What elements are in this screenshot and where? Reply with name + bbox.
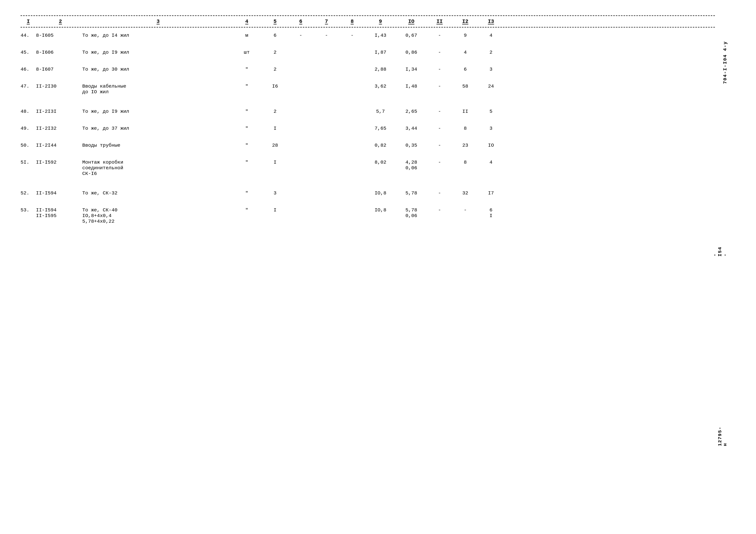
- row51-col11: -: [427, 160, 452, 165]
- row45-col11: -: [427, 50, 452, 55]
- row44-col6: -: [288, 33, 313, 38]
- row51-num: 5I.: [20, 160, 36, 165]
- row49-col5: I: [262, 126, 288, 131]
- side-label-3: 12795-н: [717, 426, 728, 446]
- row49-desc: То же, до 37 жил: [82, 126, 231, 131]
- row52-col9: IO,8: [365, 190, 396, 196]
- header-col3: 3: [82, 18, 231, 24]
- header-col2: 2: [36, 18, 82, 24]
- row50-col10: 0,35: [396, 142, 427, 148]
- row53-desc: То же, СК-40 IO,8+4х0,4 5,78+4х0,22: [82, 207, 231, 224]
- row51-desc: Монтаж коробки соединительной СК-I6: [82, 160, 231, 176]
- header-col11: II: [427, 18, 452, 24]
- row52-col12: 32: [452, 190, 478, 196]
- row52-col13: I7: [478, 190, 504, 196]
- row52-num: 52.: [20, 190, 36, 196]
- table-row: 5I. II-I592 Монтаж коробки соединительно…: [20, 154, 715, 184]
- row47-unit: ": [231, 84, 262, 89]
- row45-desc: То же, до I9 жил: [82, 50, 231, 55]
- row53-num: 53.: [20, 207, 36, 213]
- row44-col8: -: [339, 33, 365, 38]
- row50-col12: 23: [452, 142, 478, 148]
- row52-col10: 5,78: [396, 190, 427, 196]
- row48-desc: То же, до I9 жил: [82, 109, 231, 114]
- row47-col10: I,48: [396, 84, 427, 89]
- table-row: 45. 8-I606 То же, до I9 жил шт 2 I,87 0,…: [20, 44, 715, 60]
- row46-col5: 2: [262, 66, 288, 72]
- row51-col13: 4: [478, 160, 504, 165]
- header-col8: 8: [339, 18, 365, 24]
- row48-col12: II: [452, 109, 478, 114]
- header-col1: I: [20, 18, 36, 24]
- row50-col9: 0,82: [365, 142, 396, 148]
- row45-col9: I,87: [365, 50, 396, 55]
- row48-col13: 5: [478, 109, 504, 114]
- side-label-2: - I54 -: [712, 246, 728, 256]
- row51-col10: 4,28 0,06: [396, 160, 427, 171]
- header-col6: 6: [288, 18, 313, 24]
- row48-col9: 5,7: [365, 109, 396, 114]
- table-row: 47. II-2I30 Вводы кабельные до IO жил " …: [20, 78, 715, 102]
- row51-unit: ": [231, 160, 262, 165]
- row45-col5: 2: [262, 50, 288, 55]
- row46-col11: -: [427, 66, 452, 72]
- row53-col13: 6 I: [478, 207, 504, 218]
- row50-col11: -: [427, 142, 452, 148]
- row53-col11: -: [427, 207, 452, 213]
- row47-col5: I6: [262, 84, 288, 89]
- row44-col12: 9: [452, 33, 478, 38]
- row47-desc: Вводы кабельные до IO жил: [82, 84, 231, 95]
- page-container: 704-I-I04 4-у - I54 - 12795-н I 2 3 4 5: [20, 15, 736, 235]
- row46-desc: То же, до 30 жил: [82, 66, 231, 72]
- row53-col10: 5,78 0,06: [396, 207, 427, 218]
- row51-col5: I: [262, 160, 288, 165]
- row53-unit: ": [231, 207, 262, 213]
- row48-unit: ": [231, 109, 262, 114]
- side-label-1: 704-I-I04 4-у: [723, 41, 728, 84]
- row52-desc: То же, СК-32: [82, 190, 231, 196]
- row44-unit: м: [231, 33, 262, 38]
- table-row: 44. 8-I605 То же, до I4 жил м 6 - - -: [20, 28, 715, 43]
- table-row: 50. II-2I44 Вводы трубные " 28 0,82 0,35: [20, 138, 715, 153]
- row53-col9: IO,8: [365, 207, 396, 213]
- row49-col10: 3,44: [396, 126, 427, 131]
- header-col5: 5: [262, 18, 288, 24]
- row50-num: 50.: [20, 142, 36, 148]
- row46-num: 46.: [20, 66, 36, 72]
- row44-col10: 0,67: [396, 33, 427, 38]
- row46-col9: 2,88: [365, 66, 396, 72]
- row47-col13: 24: [478, 84, 504, 89]
- row50-unit: ": [231, 142, 262, 148]
- header-col4: 4: [231, 18, 262, 24]
- row45-col12: 4: [452, 50, 478, 55]
- row51-col9: 8,02: [365, 160, 396, 165]
- row53-code: II-I594 II-I595: [36, 207, 82, 218]
- row49-unit: ": [231, 126, 262, 131]
- row48-code: II-2I3I: [36, 109, 82, 114]
- row46-unit: ": [231, 66, 262, 72]
- header-col13: I3: [478, 18, 504, 24]
- row44-col5: 6: [262, 33, 288, 38]
- row46-code: 8-I607: [36, 66, 82, 72]
- row49-code: II-2I32: [36, 126, 82, 131]
- row50-code: II-2I44: [36, 142, 82, 148]
- row48-col11: -: [427, 109, 452, 114]
- row52-code: II-I594: [36, 190, 82, 196]
- row44-col9: I,43: [365, 33, 396, 38]
- row47-num: 47.: [20, 84, 36, 89]
- header-col12: I2: [452, 18, 478, 24]
- row46-col10: I,34: [396, 66, 427, 72]
- row47-col12: 58: [452, 84, 478, 89]
- row48-col10: 2,65: [396, 109, 427, 114]
- row44-num: 44.: [20, 33, 36, 38]
- header-col10: IO: [396, 18, 427, 24]
- row53-col12: -: [452, 207, 478, 213]
- row44-col13: 4: [478, 33, 504, 38]
- row49-col9: 7,65: [365, 126, 396, 131]
- row48-col5: 2: [262, 109, 288, 114]
- row47-code: II-2I30: [36, 84, 82, 89]
- row51-code: II-I592: [36, 160, 82, 165]
- row50-desc: Вводы трубные: [82, 142, 231, 148]
- row46-col13: 3: [478, 66, 504, 72]
- row45-unit: шт: [231, 50, 262, 55]
